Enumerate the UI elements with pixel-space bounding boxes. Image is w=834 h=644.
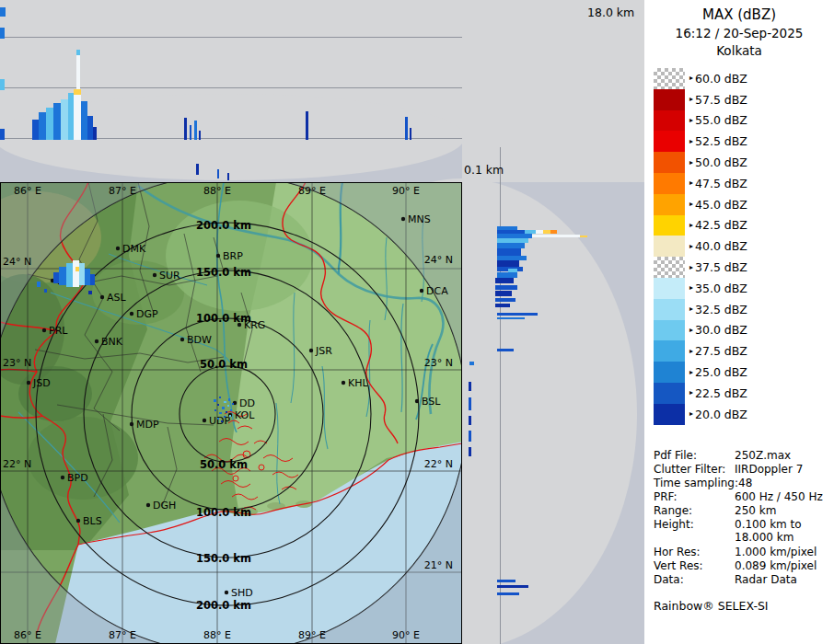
range-ring-label: 100.0 km xyxy=(196,506,251,519)
city-label: KHL xyxy=(348,377,368,389)
radar-echo xyxy=(495,304,510,307)
radar-echo xyxy=(0,79,5,90)
scale-label: ▸30.0 dBZ xyxy=(689,323,747,337)
scale-row: ▸22.5 dBZ xyxy=(654,383,834,404)
radar-echo xyxy=(221,420,223,422)
radar-echo xyxy=(93,127,97,140)
radar-echo xyxy=(68,93,74,140)
lon-label: 86° E xyxy=(14,629,41,641)
scale-swatch xyxy=(654,194,685,215)
radar-echo xyxy=(194,121,197,140)
scale-tick-icon: ▸ xyxy=(689,369,693,376)
radar-echo xyxy=(580,236,587,237)
scale-label: ▸37.5 dBZ xyxy=(689,260,747,274)
scale-swatch xyxy=(654,68,685,89)
scale-swatch xyxy=(654,320,685,341)
radar-echo xyxy=(222,407,225,409)
scale-row: ▸30.0 dBZ xyxy=(654,320,834,341)
radar-echo xyxy=(81,101,87,140)
radar-echo xyxy=(87,116,93,140)
radar-echo xyxy=(85,269,90,285)
scale-swatch xyxy=(654,173,685,194)
radar-echo xyxy=(227,405,229,407)
terrain-hills xyxy=(28,417,138,500)
city-label: KRG xyxy=(244,319,265,331)
scale-tick-icon: ▸ xyxy=(689,159,693,167)
lon-label: 90° E xyxy=(392,629,420,641)
city-label: UDP xyxy=(209,415,231,427)
radar-echo xyxy=(37,282,41,287)
software-brand: Rainbow® SELEX-SI xyxy=(654,599,834,613)
radar-echo xyxy=(199,131,201,140)
radar-echo xyxy=(405,117,408,140)
scale-swatch xyxy=(654,152,685,173)
scale-swatch xyxy=(654,278,685,299)
lon-label: 87° E xyxy=(109,629,136,641)
radar-echo xyxy=(497,226,517,230)
scale-label: ▸57.5 dBZ xyxy=(689,93,747,107)
scale-label: ▸50.0 dBZ xyxy=(689,155,747,169)
info-label: Pdf File: xyxy=(654,449,735,462)
city-label: JSR xyxy=(315,345,332,357)
radar-echo xyxy=(508,269,517,272)
radar-echo xyxy=(497,272,517,278)
lon-label: 89° E xyxy=(298,185,326,197)
scale-tick-icon: ▸ xyxy=(689,138,693,145)
scale-row: ▸37.5 dBZ xyxy=(654,257,834,278)
scale-label: ▸55.0 dBZ xyxy=(689,113,747,127)
scale-row: ▸50.0 dBZ xyxy=(654,152,834,173)
radar-echo xyxy=(410,128,411,140)
radar-echo xyxy=(497,313,538,316)
city-label: KOL xyxy=(235,409,255,421)
lon-label: 87° E xyxy=(109,185,136,197)
lat-label: 23° N xyxy=(3,357,31,369)
city-marker xyxy=(203,419,206,422)
range-ring-label: 150.0 km xyxy=(196,266,251,279)
lat-label: 24° N xyxy=(3,256,31,268)
scale-swatch xyxy=(654,236,685,257)
city-label: PRL xyxy=(49,325,68,337)
city-label: BPD xyxy=(67,472,88,484)
radar-echo xyxy=(525,230,536,234)
info-label: Data: xyxy=(654,573,735,586)
scale-swatch xyxy=(654,257,685,278)
radar-echo xyxy=(217,169,219,178)
radar-echo xyxy=(46,108,53,140)
radar-echo xyxy=(495,278,514,283)
scale-label: ▸45.0 dBZ xyxy=(689,198,747,212)
radar-echo xyxy=(217,404,219,406)
city-marker xyxy=(180,338,184,341)
city-marker xyxy=(42,328,46,332)
radar-echo xyxy=(190,125,191,140)
info-value: Radar Data xyxy=(735,573,797,586)
product-info: Pdf File:250Z.maxClutter Filter:IIRDoppl… xyxy=(654,449,834,587)
radar-echo xyxy=(76,50,80,55)
city-marker xyxy=(95,339,98,343)
lat-label: 22° N xyxy=(3,458,31,470)
scale-tick-icon: ▸ xyxy=(689,327,693,334)
radar-echo xyxy=(497,585,528,588)
radar-echo xyxy=(76,55,80,89)
city-marker xyxy=(415,399,419,403)
radar-echo xyxy=(224,401,226,403)
scale-tick-icon: ▸ xyxy=(689,348,693,355)
scale-label: ▸47.5 dBZ xyxy=(689,177,747,190)
radar-echo xyxy=(196,164,199,175)
scale-label: ▸32.5 dBZ xyxy=(689,303,747,316)
lon-label: 86° E xyxy=(14,185,41,197)
scale-row: ▸60.0 dBZ xyxy=(654,68,834,89)
info-label: Height: xyxy=(654,518,735,544)
radar-echo xyxy=(536,230,543,234)
scale-label: ▸27.5 dBZ xyxy=(689,344,747,358)
lat-label: 24° N xyxy=(424,254,453,266)
radar-echo xyxy=(469,416,471,425)
radar-echo xyxy=(219,412,222,414)
info-row: Clutter Filter:IIRDoppler 7 xyxy=(654,463,834,476)
lon-label: 88° E xyxy=(203,185,231,197)
scale-swatch xyxy=(654,89,685,110)
info-row: Hor Res:1.000 km/pixel xyxy=(654,546,834,558)
scale-label: ▸40.0 dBZ xyxy=(689,239,747,253)
info-row: PRF:600 Hz / 450 Hz xyxy=(654,490,834,503)
city-marker xyxy=(420,289,423,293)
info-label: Vert Res: xyxy=(654,559,735,572)
